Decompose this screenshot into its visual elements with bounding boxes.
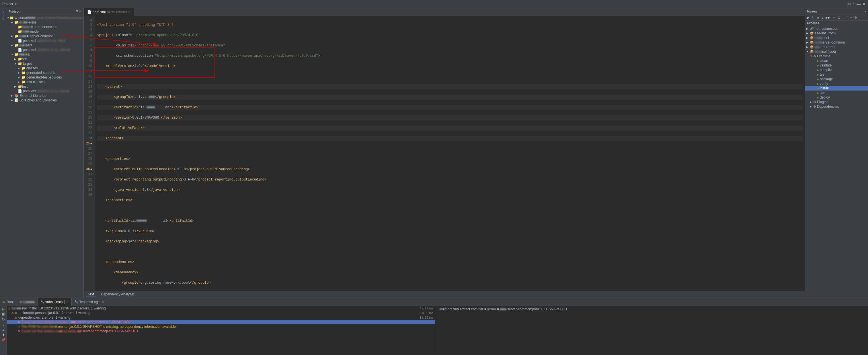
tree-item-base[interactable]: 📁 base-■ hub-connection	[6, 25, 84, 29]
maven-item-test[interactable]: ▶ test	[805, 72, 868, 77]
chevron-right-icon: ▶	[11, 94, 14, 97]
run-error-message: Could not find artifact com.tiar ■ ■:tia…	[435, 306, 868, 355]
run-item-error2[interactable]: ✕ Could not find artifact cc■■ xu.libstu…	[7, 329, 435, 333]
code-editor[interactable]: <?xml version="1.0" encoding="UTF-8"?> <…	[95, 16, 805, 291]
project-panel-header: Project ⚙ ≡	[6, 8, 84, 15]
tree-item-parent-ent[interactable]: ▶ 📁 tia■ ■ent	[6, 43, 84, 47]
warn-icon: ⚠	[14, 316, 17, 320]
run-tabs: ▶ Run: ■ tia■■■■ 🔧 sohal [install] ✕ 🔧 T…	[0, 298, 868, 306]
tree-item-libs[interactable]: ▶ 📁 tia ■■ e-libs	[6, 20, 84, 25]
sidebar-item-project[interactable]: Project	[1, 9, 6, 22]
tree-item-model[interactable]: 📁 m■■ model	[6, 29, 84, 34]
tab-tia[interactable]: ■ tia■■■■	[17, 298, 38, 306]
maven-add-btn[interactable]: ⊕	[816, 15, 820, 20]
maven-item-dependencies[interactable]: ▶ ⚙ Dependencies	[805, 104, 868, 109]
close-run-tab-icon2[interactable]: ✕	[102, 300, 104, 303]
tree-item-gen-test[interactable]: ▶ 📁 generated-test-sources	[6, 75, 84, 79]
maven-panel: Maven ≡ ▶ ↻ ⊕ ≡ ▶▶ m ⊡ ↓ ↑ ≈ ⚙ Profiles …	[805, 8, 868, 298]
run-item-error1[interactable]: ✕ Could not find artifact com.tiar... ■■…	[7, 320, 435, 324]
maven-up-btn[interactable]: ↑	[845, 16, 849, 20]
chevron-down-icon: ▼	[7, 16, 9, 19]
maven-m-btn[interactable]: m	[832, 16, 836, 20]
maven-item-install[interactable]: ▶ install	[805, 86, 868, 91]
maven-menu-btn[interactable]: ≡	[821, 16, 824, 20]
run-content: ▶ ⏹ ↻ ↓ ≡ ⬆ 📌 ⚠ tian■■ nal [install]; at…	[0, 306, 868, 355]
maven-item-hub[interactable]: ▶ 🔗 hub-connection	[805, 26, 868, 31]
tree-item-pom3[interactable]: 📄 pom.xml 2023/5/11 11:11, 0.63 kB	[6, 89, 84, 93]
maven-settings-btn[interactable]: ⚙	[854, 15, 858, 20]
tab-text[interactable]: Text	[86, 292, 96, 297]
maven-box-btn[interactable]: ⊡	[837, 15, 841, 20]
run-item-personal[interactable]: ⚠ com.tian■■■ personaljar:0.0.1 2 errors…	[7, 311, 435, 315]
chevron-right-icon: ▶	[806, 36, 810, 39]
run-tab-label: Run:	[7, 300, 14, 304]
tree-item-ti-al[interactable]: ▼ 📁 ti■■ ■al	[6, 52, 84, 57]
tree-item-ext-libs[interactable]: ▶ 📚 External Libraries	[6, 93, 84, 98]
tree-item-target[interactable]: ▼ 📁 target	[6, 61, 84, 66]
tree-item-test[interactable]: ▶ 📁 test	[6, 84, 84, 89]
tree-item-classes[interactable]: ▶ 📁 classes	[6, 66, 84, 70]
maven-item-verify[interactable]: ▶ verify	[805, 82, 868, 86]
tab-sohal-install[interactable]: 🔧 sohal [install] ✕	[38, 298, 72, 306]
maven-item-u[interactable]: ▶ 📦 u/u- ent (root)	[805, 45, 868, 49]
maven-item-lifecycle[interactable]: ▼ ⚙ Lifecycle	[805, 54, 868, 59]
maven-item-r-bas[interactable]: ▶ 📦 r-bas odel	[805, 35, 868, 40]
run-item-root[interactable]: ⚠ tian■■ nal [install]; at 2023/5/11 11:…	[7, 306, 435, 311]
run-filter-icon[interactable]: ≡	[2, 328, 4, 332]
maven-item-plugins[interactable]: ▶ ⚙ Plugins	[805, 100, 868, 104]
maven-wave-btn[interactable]: ≈	[849, 16, 853, 20]
tree-item-pom2[interactable]: 📄 pom.xml 2023/5/11 11:11, 1385 kB	[6, 47, 84, 52]
maven-item-site[interactable]: ▶ site	[805, 91, 868, 95]
maven-item-wu[interactable]: ▼ 📦 wu-p nal (root)	[805, 49, 868, 54]
minimize-icon[interactable]: —	[857, 2, 861, 6]
gear-icon[interactable]: ⚙	[847, 2, 851, 6]
maven-toolbar: ▶ ↻ ⊕ ≡ ▶▶ m ⊡ ↓ ↑ ≈ ⚙	[805, 15, 868, 21]
close-tab-icon[interactable]: ✕	[128, 10, 130, 13]
close-run-tab-icon[interactable]: ✕	[66, 300, 68, 303]
top-bar-title: Project	[2, 2, 13, 6]
run-item-warn1[interactable]: △ The POM for com.tian■ ommonjar:0.0.1-S…	[7, 324, 435, 329]
tree-item-src[interactable]: ▶ 📁 src	[6, 57, 84, 61]
tree-item-test-classes[interactable]: ▶ 📁 test-classes	[6, 79, 84, 84]
expand-icon[interactable]: ≡	[865, 10, 866, 13]
run-play-icon[interactable]: ▶	[2, 307, 5, 311]
maven-run-btn[interactable]: ▶	[806, 15, 810, 20]
tree-item-pom1[interactable]: 📄 pom.xml 2023/5/11 9:19, 786 B	[6, 38, 84, 43]
chevron-right-icon: ▶	[18, 67, 21, 70]
expand-icon[interactable]: ≡	[80, 9, 81, 13]
chevron-right-icon: ▶	[18, 71, 21, 74]
close-icon[interactable]: ✕	[862, 2, 866, 6]
tree-item-gen-sources[interactable]: ▶ 📁 generated-sources	[6, 70, 84, 75]
maven-item-deploy[interactable]: ▶ deploy	[805, 95, 868, 100]
run-scroll-icon[interactable]: ↓	[3, 323, 4, 327]
tab-dependency-analyzer[interactable]: Dependency Analyzer	[99, 292, 136, 297]
tree-item-server-common[interactable]: ▶ 📁 tia■■■-server-common	[6, 34, 84, 38]
run-share-icon[interactable]: ⬆	[2, 333, 5, 337]
run-restart-icon[interactable]: ↻	[2, 318, 5, 321]
gear-icon[interactable]: ⚙	[75, 9, 78, 13]
tab-test-login[interactable]: 🔧 Test.testLogin ✕	[72, 298, 107, 306]
maven-item-package[interactable]: ▶ package	[805, 77, 868, 82]
maven-item-ru-ba[interactable]: ▶ 📦 ru-ba erver-common	[805, 40, 868, 45]
run-stop-icon[interactable]: ⏹	[2, 312, 5, 316]
maven-skip-btn[interactable]: ▶▶	[825, 15, 831, 20]
run-pin-icon[interactable]: 📌	[1, 338, 5, 342]
maven-item-ase-libs[interactable]: ▶ 📦 ase-libs (root)	[805, 31, 868, 35]
split-icon[interactable]: ↕	[853, 2, 855, 6]
maven-item-compile[interactable]: ▶ compile	[805, 68, 868, 72]
side-tabs: Project	[0, 8, 6, 298]
center-panel: 📄 pom.xml tianwu-personal ✕ 1 2 3 4 5 6 …	[84, 8, 805, 298]
project-tree: ▼ 📁 tw-perso■■■■ server D:/desk/TWwork/t…	[6, 15, 84, 298]
tree-item-root[interactable]: ▼ 📁 tw-perso■■■■ server D:/desk/TWwork/t…	[6, 15, 84, 20]
run-item-deps[interactable]: ⚠ dependencies: 2 errors, 1 warning 1 s …	[7, 315, 435, 320]
tree-item-scratches[interactable]: ▶ 📝 Scratches and Consoles	[6, 98, 84, 103]
line-numbers: 1 2 3 4 5 6 7 8 9 10 11 12 13 14 15 16 1…	[84, 16, 95, 291]
chevron-down-icon: ▼	[11, 53, 14, 56]
maven-refresh-btn[interactable]: ↻	[811, 15, 815, 20]
maven-down-btn[interactable]: ↓	[842, 16, 845, 20]
warn-icon: △	[18, 325, 20, 329]
maven-item-validate[interactable]: ▶ validate	[805, 63, 868, 68]
tab-pom-xml[interactable]: 📄 pom.xml tianwu-personal ✕	[84, 8, 134, 16]
maven-item-clean[interactable]: ▶ clean	[805, 59, 868, 63]
tab-run-label[interactable]: ▶ Run:	[0, 298, 17, 306]
